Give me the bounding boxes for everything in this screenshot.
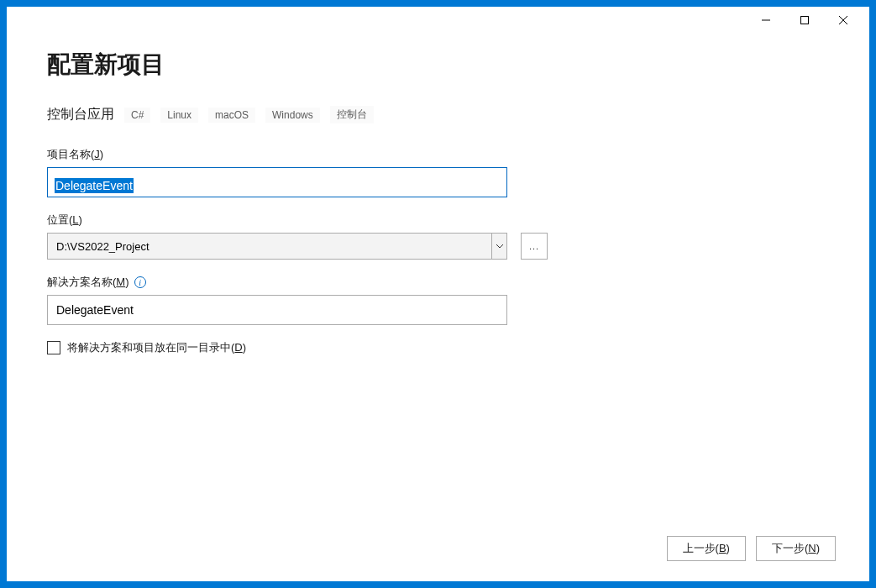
template-tag: macOS (208, 108, 255, 123)
same-directory-row: 将解决方案和项目放在同一目录中(D) (47, 340, 829, 355)
template-tag: C# (124, 108, 150, 123)
page-title: 配置新项目 (47, 49, 829, 81)
template-name: 控制台应用 (47, 106, 114, 123)
project-name-group: 项目名称(J) DelegateEvent (47, 147, 829, 197)
template-row: 控制台应用 C# Linux macOS Windows 控制台 (47, 106, 829, 123)
location-input[interactable] (48, 234, 491, 259)
project-name-label: 项目名称(J) (47, 147, 829, 162)
svg-rect-1 (801, 17, 809, 24)
solution-name-input[interactable] (47, 295, 507, 325)
next-button[interactable]: 下一步(N) (756, 536, 836, 561)
minimize-icon (762, 16, 770, 24)
location-label: 位置(L) (47, 213, 829, 228)
location-combo[interactable] (47, 233, 507, 260)
location-dropdown-button[interactable] (491, 234, 506, 259)
titlebar (7, 7, 869, 34)
solution-name-label: 解决方案名称(M) i (47, 275, 829, 290)
template-tag: Windows (265, 108, 320, 123)
template-tag: Linux (160, 108, 198, 123)
back-button[interactable]: 上一步(B) (667, 536, 746, 561)
template-tag: 控制台 (330, 106, 374, 123)
maximize-icon (800, 16, 809, 24)
same-directory-label[interactable]: 将解决方案和项目放在同一目录中(D) (67, 340, 246, 355)
solution-name-group: 解决方案名称(M) i (47, 275, 829, 325)
close-button[interactable] (824, 7, 863, 34)
chevron-down-icon (496, 244, 503, 249)
browse-button[interactable]: ... (521, 233, 548, 260)
dialog-window: 配置新项目 控制台应用 C# Linux macOS Windows 控制台 项… (7, 7, 869, 581)
footer-buttons: 上一步(B) 下一步(N) (667, 536, 836, 561)
minimize-button[interactable] (747, 7, 785, 34)
close-icon (839, 16, 847, 24)
content-area: 配置新项目 控制台应用 C# Linux macOS Windows 控制台 项… (7, 34, 869, 581)
location-group: 位置(L) ... (47, 213, 829, 260)
project-name-input[interactable]: DelegateEvent (47, 167, 507, 197)
location-row: ... (47, 233, 829, 260)
project-name-value: DelegateEvent (55, 178, 134, 193)
maximize-button[interactable] (785, 7, 824, 34)
same-directory-checkbox[interactable] (47, 341, 60, 354)
info-icon[interactable]: i (134, 276, 146, 288)
